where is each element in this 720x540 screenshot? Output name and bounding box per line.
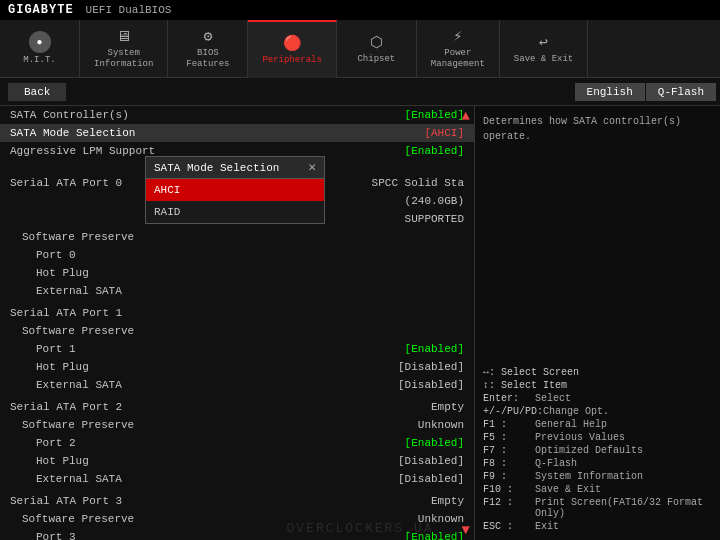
uefi-label: UEFI DualBIOS [86, 4, 172, 16]
sata-port2-port-label: Port 2 [36, 437, 76, 449]
sata-mode-row[interactable]: SATA Mode Selection [AHCI] [0, 124, 474, 142]
sata-port1-software-preserve: Software Preserve [0, 322, 474, 340]
sata-port1-sw-preserve-label: Software Preserve [22, 325, 134, 337]
sata-port1-extsata-label: External SATA [36, 379, 122, 391]
sata-mode-label: SATA Mode Selection [10, 127, 135, 139]
key-help-esc: ESC : Exit [483, 521, 712, 532]
sata-port2-hotplug[interactable]: Hot Plug [Disabled] [0, 452, 474, 470]
sata-controller-value: [Enabled] [405, 109, 464, 121]
sata-controller-label: SATA Controller(s) [10, 109, 129, 121]
sata-port0-label: Serial ATA Port 0 [10, 177, 122, 189]
tab-power-management[interactable]: ⚡ PowerManagement [417, 20, 500, 78]
sata-port0-extsata[interactable]: External SATA [0, 282, 474, 300]
sata-port3-sw-preserve-value: Unknown [418, 513, 464, 525]
settings-panel: ▲ SATA Controller(s) [Enabled] SATA Mode… [0, 106, 475, 540]
sata-port3-status: Empty [431, 495, 464, 507]
key-f8-desc: Q-Flash [535, 458, 577, 469]
sata-port1-hotplug-label: Hot Plug [36, 361, 89, 373]
sata-port0-extsata-label: External SATA [36, 285, 122, 297]
key-esc-desc: Exit [535, 521, 559, 532]
scroll-up-arrow: ▲ [462, 108, 470, 124]
key-f7-combo: F7 : [483, 445, 535, 456]
sata-port2-label: Serial ATA Port 2 [10, 401, 122, 413]
sata-port2-port-value: [Enabled] [405, 437, 464, 449]
tab-bios-features[interactable]: ⚙ BIOSFeatures [168, 20, 248, 78]
tab-system-information[interactable]: 🖥 SystemInformation [80, 20, 168, 78]
sata-port1-hotplug[interactable]: Hot Plug [Disabled] [0, 358, 474, 376]
sata-port2-header[interactable]: Serial ATA Port 2 Empty [0, 398, 474, 416]
key-f10-combo: F10 : [483, 484, 535, 495]
sata-mode-popup: SATA Mode Selection ✕ AHCI RAID [145, 156, 325, 224]
key-select-item-combo: ↕: Select Item [483, 380, 567, 391]
sata-port3-port-value: [Enabled] [405, 531, 464, 540]
sysinfo-icon: 🖥 [116, 28, 131, 46]
sata-port3-port[interactable]: Port 3 [Enabled] [0, 528, 474, 540]
key-change-combo: +/-/PU/PD: [483, 406, 543, 417]
key-help-f1: F1 : General Help [483, 419, 712, 430]
sata-popup-header: SATA Mode Selection ✕ [146, 157, 324, 179]
tab-save-label: Save & Exit [514, 54, 573, 65]
brand-bar: GIGABYTE UEFI DualBIOS [0, 0, 720, 20]
key-select-screen-combo: ↔: Select Screen [483, 367, 579, 378]
tab-peripherals[interactable]: 🔴 Peripherals [248, 20, 336, 78]
aggressive-lpm-label: Aggressive LPM Support [10, 145, 155, 157]
tab-power-label: PowerManagement [431, 48, 485, 70]
popup-option-ahci[interactable]: AHCI [146, 179, 324, 201]
sata-port3-label: Serial ATA Port 3 [10, 495, 122, 507]
tab-mit[interactable]: ● M.I.T. [0, 20, 80, 78]
sata-port2-status: Empty [431, 401, 464, 413]
sata-port0-port-label: Port 0 [36, 249, 76, 261]
key-help-change: +/-/PU/PD: Change Opt. [483, 406, 712, 417]
chipset-icon: ⬡ [370, 33, 383, 52]
sata-port3-sw-preserve-label: Software Preserve [22, 513, 134, 525]
sata-port2-extsata[interactable]: External SATA [Disabled] [0, 470, 474, 488]
sata-port1-header[interactable]: Serial ATA Port 1 [0, 304, 474, 322]
popup-option-raid[interactable]: RAID [146, 201, 324, 223]
main-content: ▲ SATA Controller(s) [Enabled] SATA Mode… [0, 106, 720, 540]
sata-port1-extsata-value: [Disabled] [398, 379, 464, 391]
bios-icon: ⚙ [203, 27, 212, 46]
key-f12-desc: Print Screen(FAT16/32 Format Only) [535, 497, 712, 519]
sata-port0-sw-preserve-label: Software Preserve [22, 231, 134, 243]
mit-icon: ● [29, 31, 51, 53]
sata-port2-extsata-value: [Disabled] [398, 473, 464, 485]
sata-port2-hotplug-label: Hot Plug [36, 455, 89, 467]
sata-port3-header[interactable]: Serial ATA Port 3 Empty [0, 492, 474, 510]
sata-port1-label: Serial ATA Port 1 [10, 307, 122, 319]
key-f9-desc: System Information [535, 471, 643, 482]
key-f12-combo: F12 : [483, 497, 535, 519]
sata-popup-close-button[interactable]: ✕ [308, 161, 316, 174]
sata-controller-row[interactable]: SATA Controller(s) [Enabled] [0, 106, 474, 124]
sata-port1-port-value: [Enabled] [405, 343, 464, 355]
sata-popup-title: SATA Mode Selection [154, 162, 279, 174]
sata-port0-port[interactable]: Port 0 [0, 246, 474, 264]
back-button[interactable]: Back [8, 83, 66, 101]
key-help: ↔: Select Screen ↕: Select Item Enter: S… [475, 361, 720, 540]
qflash-button[interactable]: Q-Flash [646, 83, 716, 101]
sata-mode-value: [AHCI] [424, 127, 464, 139]
sata-port2-extsata-label: External SATA [36, 473, 122, 485]
power-icon: ⚡ [453, 27, 462, 46]
key-help-f5: F5 : Previous Values [483, 432, 712, 443]
tab-chipset[interactable]: ⬡ Chipset [337, 20, 417, 78]
tab-mit-label: M.I.T. [23, 55, 55, 66]
key-f1-desc: General Help [535, 419, 607, 430]
sata-port2-port[interactable]: Port 2 [Enabled] [0, 434, 474, 452]
key-enter-combo: Enter: [483, 393, 535, 404]
sata-port3-port-label: Port 3 [36, 531, 76, 540]
key-help-enter: Enter: Select [483, 393, 712, 404]
sata-port2-sw-preserve-label: Software Preserve [22, 419, 134, 431]
tab-save-exit[interactable]: ↩ Save & Exit [500, 20, 588, 78]
sata-port1-extsata[interactable]: External SATA [Disabled] [0, 376, 474, 394]
save-icon: ↩ [539, 33, 548, 52]
tab-bios-label: BIOSFeatures [186, 48, 229, 70]
sata-port1-port[interactable]: Port 1 [Enabled] [0, 340, 474, 358]
key-f5-combo: F5 : [483, 432, 535, 443]
language-button[interactable]: English [575, 83, 645, 101]
key-f9-combo: F9 : [483, 471, 535, 482]
sata-port0-supported: SUPPORTED [405, 213, 464, 225]
sata-port2-sw-preserve-value: Unknown [418, 419, 464, 431]
sata-port0-hotplug[interactable]: Hot Plug [0, 264, 474, 282]
peripherals-icon: 🔴 [283, 34, 302, 53]
tab-sysinfo-label: SystemInformation [94, 48, 153, 70]
